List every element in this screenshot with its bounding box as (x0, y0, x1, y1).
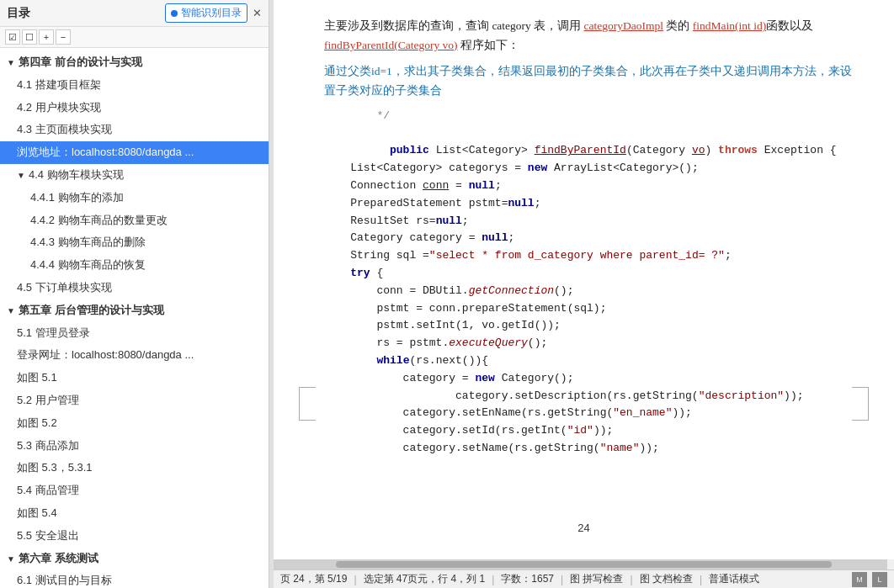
smart-icon (171, 10, 178, 17)
toc-item[interactable]: ▼第六章 系统测试 (0, 548, 269, 570)
smart-identify-btn[interactable]: 智能识别目录 (165, 3, 247, 23)
code-line-16: category.setEnName(rs.getString("en_name… (324, 405, 860, 422)
doc-check[interactable]: 图 文档检查 (640, 572, 693, 586)
toc-item[interactable]: 4.4.1 购物车的添加 (0, 187, 269, 209)
toc-expand-btn[interactable]: + (39, 29, 54, 45)
toc-item[interactable]: 浏览地址：localhost:8080/dangda ... (0, 141, 269, 164)
code-line-6: Category category = null; (324, 230, 860, 247)
code-line-14: category = new Category(); (324, 370, 860, 388)
icon-l[interactable]: L (872, 572, 887, 587)
code-line-15: category.setDescription(rs.getString("de… (324, 388, 860, 405)
intro-paragraph: 主要涉及到数据库的查询，查询 category 表，调用 categoryDao… (324, 17, 860, 56)
code-line-10: pstmt = conn.prepareStatement(sql); (324, 300, 860, 318)
toc-item[interactable]: 5.5 安全退出 (0, 525, 269, 548)
toc-item[interactable]: 4.4.4 购物车商品的恢复 (0, 254, 269, 277)
class-link[interactable]: categoryDaoImpl (584, 19, 663, 32)
toc-item[interactable]: 4.4.3 购物车商品的删除 (0, 231, 269, 254)
toc-item[interactable]: 5.3 商品添加 (0, 435, 269, 458)
toc-item[interactable]: ▼第五章 后台管理的设计与实现 (0, 299, 269, 322)
spell-check[interactable]: 图 拼写检查 (570, 572, 623, 586)
code-line-3: Connection conn = null; (324, 177, 860, 195)
toc-toolbar: ☑ ☐ + − (0, 27, 269, 48)
toc-item[interactable]: ▼第四章 前台的设计与实现 (0, 51, 269, 74)
toc-item[interactable]: 4.1 搭建项目框架 (0, 74, 269, 97)
toc-collapse-btn[interactable]: − (56, 29, 71, 45)
page-border-right (852, 387, 869, 421)
code-comment: */ (324, 108, 860, 125)
bottom-icons: M L (852, 572, 887, 587)
code-line-11: pstmt.setInt(1, vo.getId()); (324, 317, 860, 335)
code-line-18: category.setName(rs.getString("name")); (324, 440, 860, 458)
toc-item[interactable]: 登录网址：localhost:8080/dangda ... (0, 344, 269, 367)
toc-item[interactable]: 4.4.2 购物车商品的数量更改 (0, 209, 269, 232)
toc-item[interactable]: 6.1 测试目的与目标 (0, 569, 269, 588)
left-panel: 目录 智能识别目录 ✕ ☑ ☐ + − ▼第四章 前台的设计与实现4.1 搭建项… (0, 0, 269, 588)
toc-item[interactable]: 5.4 商品管理 (0, 479, 269, 502)
code-line-4: PreparedStatement pstmt=null; (324, 195, 860, 213)
language-mode: 普通话模式 (709, 572, 759, 586)
toc-item[interactable]: 4.5 下订单模块实现 (0, 277, 269, 299)
icon-m[interactable]: M (852, 572, 867, 587)
code-line-13: while(rs.next()){ (324, 352, 860, 370)
toc-uncheck-btn[interactable]: ☐ (22, 29, 37, 45)
method-link-findbyparentid[interactable]: findByParentId(Category vo) (324, 39, 458, 51)
toc-item[interactable]: 4.2 用户模块实现 (0, 97, 269, 119)
toc-item[interactable]: 如图 5.1 (0, 367, 269, 389)
description-paragraph: 通过父类id=1，求出其子类集合，结果返回最初的子类集合，此次再在子类中又递归调… (324, 62, 860, 101)
code-line-12: rs = pstmt.executeQuery(); (324, 335, 860, 352)
page-info: 页 24，第 5/19 (280, 572, 347, 586)
code-line-5: ResultSet rs=null; (324, 213, 860, 230)
selection-info: 选定第 47页元，行 4，列 1 (364, 572, 486, 586)
doc-content: 主要涉及到数据库的查询，查询 category 表，调用 categoryDao… (274, 0, 894, 559)
status-bar: 页 24，第 5/19 | 选定第 47页元，行 4，列 1 | 字数：1657… (274, 569, 894, 588)
scrollbar-thumb[interactable] (336, 561, 833, 568)
toc-list: ▼第四章 前台的设计与实现4.1 搭建项目框架4.2 用户模块实现4.3 主页面… (0, 48, 269, 588)
toc-item[interactable]: 如图 5.2 (0, 412, 269, 435)
word-count: 字数：1657 (501, 572, 554, 586)
toc-item[interactable]: 5.1 管理员登录 (0, 322, 269, 345)
toc-item[interactable]: 5.2 用户管理 (0, 389, 269, 412)
code-line-1: public List<Category> findByParentId(Cat… (324, 125, 860, 161)
close-icon[interactable]: ✕ (253, 7, 262, 19)
code-block: */ public List<Category> findByParentId(… (324, 108, 860, 458)
code-line-9: conn = DBUtil.getConnection(); (324, 283, 860, 300)
code-line-7: String sql ="select * from d_category wh… (324, 247, 860, 265)
code-line-2: List<Category> categorys = new ArrayList… (324, 160, 860, 177)
page-number: 24 (577, 522, 589, 534)
toc-title: 目录 (7, 6, 30, 21)
horizontal-scrollbar[interactable] (274, 559, 894, 569)
smart-label: 智能识别目录 (181, 6, 242, 20)
toc-item[interactable]: 如图 5.4 (0, 502, 269, 525)
page-border-left (299, 387, 316, 421)
left-header: 目录 智能识别目录 ✕ (0, 0, 269, 27)
toc-item[interactable]: ▼4.4 购物车模块实现 (0, 164, 269, 187)
code-line-8: try { (324, 265, 860, 283)
toc-check-all-btn[interactable]: ☑ (5, 29, 20, 45)
doc-page: 主要涉及到数据库的查询，查询 category 表，调用 categoryDao… (274, 0, 894, 559)
code-line-17: category.setId(rs.getInt("id")); (324, 422, 860, 440)
method-link-findmain[interactable]: findMain(int id) (693, 19, 766, 32)
right-panel: 主要涉及到数据库的查询，查询 category 表，调用 categoryDao… (274, 0, 894, 588)
toc-item[interactable]: 4.3 主页面模块实现 (0, 119, 269, 141)
toc-item[interactable]: 如图 5.3，5.3.1 (0, 457, 269, 479)
